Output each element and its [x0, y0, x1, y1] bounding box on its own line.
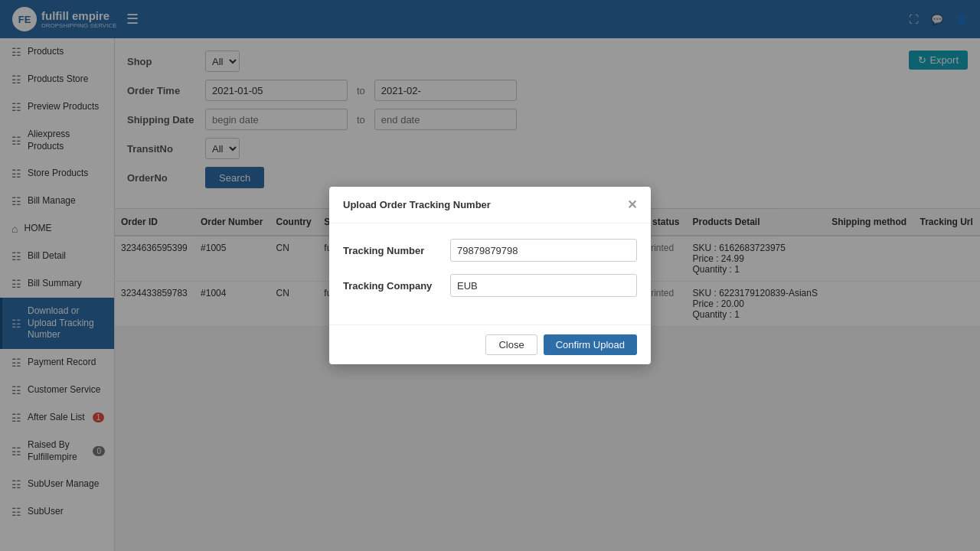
modal-overlay: Upload Order Tracking Number ✕ Tracking … — [0, 0, 980, 551]
upload-tracking-modal: Upload Order Tracking Number ✕ Tracking … — [329, 187, 651, 364]
tracking-company-label: Tracking Company — [343, 280, 450, 292]
tracking-number-label: Tracking Number — [343, 245, 450, 256]
modal-close-button[interactable]: Close — [485, 334, 537, 355]
modal-header: Upload Order Tracking Number ✕ — [329, 187, 651, 223]
modal-footer: Close Confirm Upload — [329, 324, 651, 364]
tracking-company-field: Tracking Company — [343, 274, 637, 297]
modal-title: Upload Order Tracking Number — [343, 199, 491, 210]
tracking-company-input[interactable] — [450, 274, 637, 297]
tracking-number-input[interactable] — [450, 239, 637, 262]
tracking-number-field: Tracking Number — [343, 239, 637, 262]
modal-close-icon[interactable]: ✕ — [627, 197, 637, 212]
modal-confirm-button[interactable]: Confirm Upload — [544, 334, 637, 355]
modal-body: Tracking Number Tracking Company — [329, 223, 651, 324]
